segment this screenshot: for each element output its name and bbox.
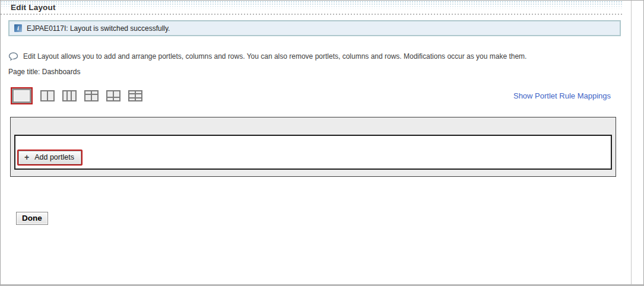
layout-option-header-two-columns-footer-icon[interactable]	[128, 90, 142, 101]
done-button[interactable]: Done	[16, 212, 48, 225]
show-portlet-rule-mappings-link[interactable]: Show Portlet Rule Mappings	[513, 91, 611, 100]
page-title: Edit Layout	[11, 3, 56, 12]
help-row: Edit Layout allows you to add and arrang…	[8, 52, 614, 64]
speech-bubble-icon	[8, 52, 19, 64]
add-portlets-annotation: + Add portlets	[17, 150, 83, 166]
layout-option-two-columns-footer-icon[interactable]	[106, 90, 120, 101]
help-text: Edit Layout allows you to add and arrang…	[23, 52, 526, 61]
edit-layout-page: Edit Layout i EJPAE0117I: Layout is swit…	[0, 0, 644, 286]
selected-layout-annotation	[11, 87, 33, 104]
layout-option-two-columns-icon[interactable]	[40, 90, 55, 101]
layout-option-three-columns-icon[interactable]	[62, 90, 77, 101]
page-header-band	[1, 1, 622, 14]
page-info-value: Dashboards	[42, 68, 81, 76]
layout-row-drop-zone[interactable]: + Add portlets	[14, 135, 612, 170]
header-divider	[1, 14, 622, 15]
layout-template-selector	[11, 86, 142, 106]
layout-option-one-column-icon[interactable]	[12, 88, 31, 103]
add-portlets-button[interactable]: + Add portlets	[18, 151, 81, 164]
info-message-text: EJPAE0117I: Layout is switched successfu…	[27, 24, 170, 33]
layout-option-header-two-columns-icon[interactable]	[84, 90, 99, 101]
add-portlets-label: Add portlets	[34, 153, 74, 161]
page-info-label: Page title:	[8, 68, 40, 76]
info-icon: i	[14, 24, 22, 32]
layout-container: + Add portlets	[10, 117, 616, 177]
info-message-bar: i EJPAE0117I: Layout is switched success…	[8, 20, 621, 36]
page-info-row: Page title: Dashboards	[8, 68, 80, 76]
right-edge-divider	[631, 1, 632, 286]
plus-icon: +	[24, 154, 29, 160]
